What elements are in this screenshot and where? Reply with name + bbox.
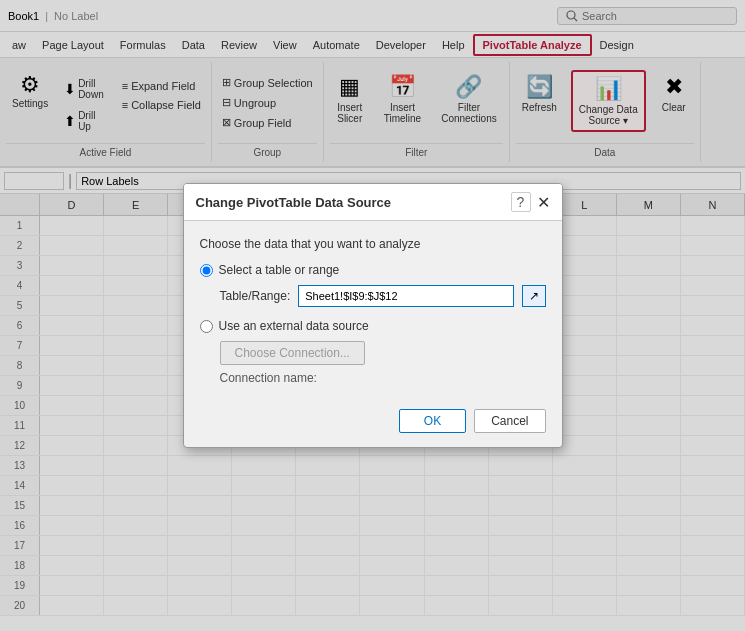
radio-option-table: Select a table or range xyxy=(200,263,546,277)
radio-external-label[interactable]: Use an external data source xyxy=(219,319,369,333)
dialog-title: Change PivotTable Data Source xyxy=(196,195,392,210)
dialog-footer: OK Cancel xyxy=(184,401,562,447)
dialog-overlay: Change PivotTable Data Source ? ✕ Choose… xyxy=(0,0,745,631)
dialog-help-button[interactable]: ? xyxy=(511,192,531,212)
change-datasource-dialog: Change PivotTable Data Source ? ✕ Choose… xyxy=(183,183,563,448)
dialog-close-button[interactable]: ✕ xyxy=(537,193,550,212)
ok-button[interactable]: OK xyxy=(399,409,466,433)
radio-external-input[interactable] xyxy=(200,320,213,333)
radio-table-label[interactable]: Select a table or range xyxy=(219,263,340,277)
radio-table-input[interactable] xyxy=(200,264,213,277)
connection-name-label: Connection name: xyxy=(220,371,546,385)
cancel-button[interactable]: Cancel xyxy=(474,409,545,433)
table-range-label: Table/Range: xyxy=(220,289,291,303)
choose-connection-button[interactable]: Choose Connection... xyxy=(220,341,365,365)
table-range-picker-button[interactable]: ↗ xyxy=(522,285,546,307)
radio-option-external: Use an external data source xyxy=(200,319,546,333)
table-range-row: Table/Range: ↗ xyxy=(220,285,546,307)
dialog-body: Choose the data that you want to analyze… xyxy=(184,221,562,401)
table-range-input[interactable] xyxy=(298,285,513,307)
dialog-description: Choose the data that you want to analyze xyxy=(200,237,546,251)
dialog-controls: ? ✕ xyxy=(511,192,550,212)
dialog-titlebar: Change PivotTable Data Source ? ✕ xyxy=(184,184,562,221)
